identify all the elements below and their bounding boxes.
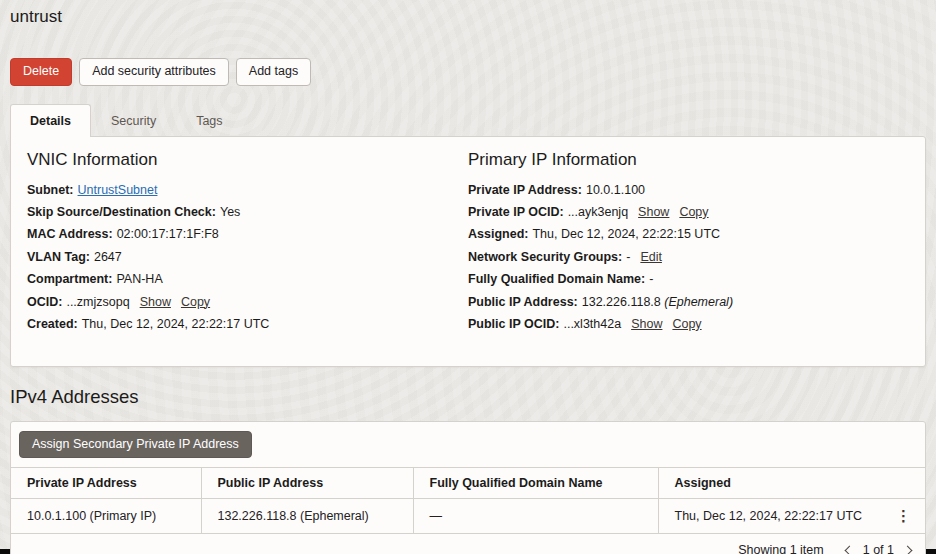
- add-tags-button[interactable]: Add tags: [236, 58, 311, 86]
- tab-tags[interactable]: Tags: [176, 104, 242, 136]
- table-row: 10.0.1.100 (Primary IP) 132.226.118.8 (E…: [11, 499, 925, 534]
- page-title: untrust: [10, 0, 926, 27]
- column-header-public-ip: Public IP Address: [201, 468, 413, 499]
- field-compartment: Compartment:PAN-HA: [27, 268, 468, 290]
- vnic-information-heading: VNIC Information: [27, 150, 468, 170]
- primary-ip-heading: Primary IP Information: [468, 150, 909, 170]
- field-created: Created:Thu, Dec 12, 2024, 22:22:17 UTC: [27, 313, 468, 335]
- column-header-assigned: Assigned: [658, 468, 925, 499]
- ipv4-toolbar: Assign Secondary Private IP Address: [11, 422, 925, 468]
- assign-secondary-private-ip-button[interactable]: Assign Secondary Private IP Address: [19, 431, 252, 459]
- field-private-ip: Private IP Address:10.0.1.100: [468, 179, 909, 201]
- primary-ip-information-section: Primary IP Information Private IP Addres…: [468, 150, 909, 353]
- field-fqdn: Fully Qualified Domain Name:-: [468, 268, 909, 290]
- field-ocid: OCID:...zmjzsopqShowCopy: [27, 291, 468, 313]
- nsg-edit-link[interactable]: Edit: [640, 250, 662, 264]
- tab-security[interactable]: Security: [91, 104, 176, 136]
- field-assigned: Assigned:Thu, Dec 12, 2024, 22:22:15 UTC: [468, 223, 909, 245]
- ipv4-addresses-table: Private IP Address Public IP Address Ful…: [11, 467, 925, 534]
- field-private-ip-ocid: Private IP OCID:...ayk3enjqShowCopy: [468, 201, 909, 223]
- private-ip-ocid-copy-link[interactable]: Copy: [679, 205, 708, 219]
- previous-page-icon[interactable]: [844, 545, 854, 554]
- field-public-ip: Public IP Address:132.226.118.8 (Ephemer…: [468, 291, 909, 313]
- cell-assigned: Thu, Dec 12, 2024, 22:22:17 UTC ⋮: [658, 499, 925, 534]
- delete-button[interactable]: Delete: [10, 58, 72, 86]
- details-panel: VNIC Information Subnet:UntrustSubnet Sk…: [10, 136, 926, 367]
- public-ip-ocid-show-link[interactable]: Show: [631, 317, 662, 331]
- add-security-attributes-button[interactable]: Add security attributes: [79, 58, 229, 86]
- column-header-private-ip: Private IP Address: [11, 468, 201, 499]
- field-subnet: Subnet:UntrustSubnet: [27, 179, 468, 201]
- cell-public-ip: 132.226.118.8 (Ephemeral): [201, 499, 413, 534]
- field-public-ip-ocid: Public IP OCID:...xl3th42aShowCopy: [468, 313, 909, 335]
- row-actions-menu-icon[interactable]: ⋮: [890, 505, 917, 527]
- column-header-fqdn: Fully Qualified Domain Name: [413, 468, 658, 499]
- cell-private-ip: 10.0.1.100 (Primary IP): [11, 499, 201, 534]
- vnic-details-page: untrust Delete Add security attributes A…: [0, 0, 936, 554]
- table-footer: Showing 1 item 1 of 1: [11, 534, 925, 554]
- field-skip-check: Skip Source/Destination Check:Yes: [27, 201, 468, 223]
- public-ip-ocid-copy-link[interactable]: Copy: [672, 317, 701, 331]
- pagination: 1 of 1: [846, 543, 911, 554]
- cell-fqdn: —: [413, 499, 658, 534]
- ipv4-addresses-heading: IPv4 Addresses: [10, 386, 926, 408]
- tab-details[interactable]: Details: [10, 104, 91, 137]
- tab-bar: Details Security Tags: [10, 104, 926, 136]
- table-header-row: Private IP Address Public IP Address Ful…: [11, 468, 925, 499]
- private-ip-ocid-show-link[interactable]: Show: [638, 205, 669, 219]
- page-indicator: 1 of 1: [863, 543, 894, 554]
- ocid-show-link[interactable]: Show: [140, 295, 171, 309]
- field-nsg: Network Security Groups:-Edit: [468, 246, 909, 268]
- next-page-icon[interactable]: [903, 545, 913, 554]
- ipv4-addresses-panel: Assign Secondary Private IP Address Priv…: [10, 421, 926, 554]
- subnet-link[interactable]: UntrustSubnet: [78, 183, 158, 197]
- field-mac-address: MAC Address:02:00:17:17:1F:F8: [27, 223, 468, 245]
- showing-items-text: Showing 1 item: [738, 543, 823, 554]
- vnic-information-section: VNIC Information Subnet:UntrustSubnet Sk…: [27, 150, 468, 353]
- field-vlan-tag: VLAN Tag:2647: [27, 246, 468, 268]
- ocid-copy-link[interactable]: Copy: [181, 295, 210, 309]
- action-buttons: Delete Add security attributes Add tags: [10, 58, 926, 86]
